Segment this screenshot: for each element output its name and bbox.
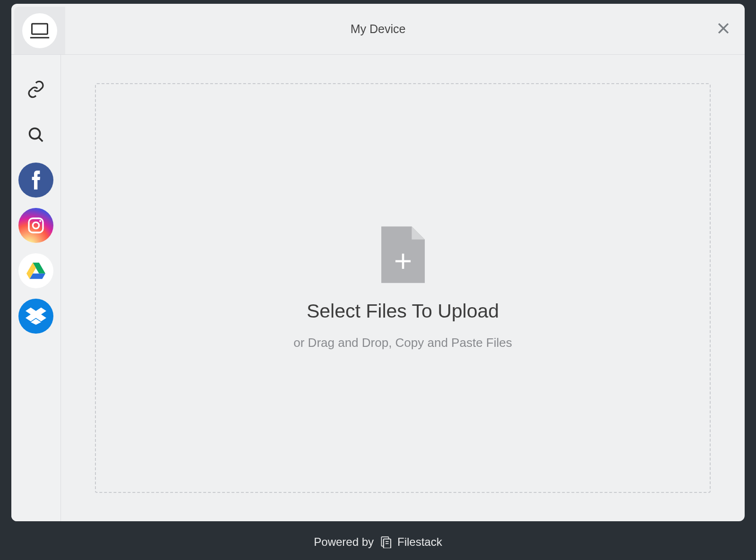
- sidebar-source-search[interactable]: [18, 117, 53, 152]
- modal-body: Select Files To Upload or Drag and Drop,…: [11, 55, 745, 521]
- facebook-icon: [31, 171, 41, 190]
- modal-header: My Device: [11, 4, 745, 55]
- dropzone-container: Select Files To Upload or Drag and Drop,…: [61, 55, 745, 521]
- footer: Powered by Filestack: [0, 524, 756, 560]
- dropzone-subtitle: or Drag and Drop, Copy and Paste Files: [293, 336, 512, 350]
- sidebar-source-dropbox[interactable]: [18, 299, 53, 334]
- svg-line-5: [39, 138, 43, 142]
- sidebar-source-facebook[interactable]: [18, 163, 53, 198]
- sidebar-source-link[interactable]: [18, 72, 53, 107]
- footer-brand: Filestack: [397, 535, 442, 549]
- sidebar-source-googledrive[interactable]: [18, 253, 53, 288]
- file-dropzone[interactable]: Select Files To Upload or Drag and Drop,…: [95, 83, 711, 493]
- file-picker-modal: My Device: [11, 4, 745, 521]
- sidebar-source-instagram[interactable]: [18, 208, 53, 243]
- googledrive-icon: [26, 262, 45, 279]
- instagram-icon: [26, 216, 45, 235]
- close-button[interactable]: [715, 20, 731, 38]
- modal-title: My Device: [351, 22, 406, 36]
- source-sidebar: [11, 55, 61, 521]
- dropbox-icon: [26, 307, 46, 326]
- dropzone-title: Select Files To Upload: [307, 300, 499, 322]
- file-add-icon: [381, 226, 425, 283]
- svg-point-8: [39, 220, 41, 222]
- footer-prefix: Powered by: [314, 535, 374, 549]
- filestack-logo-icon: [379, 536, 392, 548]
- close-icon: [715, 20, 731, 36]
- svg-point-4: [30, 129, 40, 139]
- link-icon: [26, 80, 45, 99]
- svg-point-7: [33, 222, 39, 228]
- search-icon: [27, 126, 45, 144]
